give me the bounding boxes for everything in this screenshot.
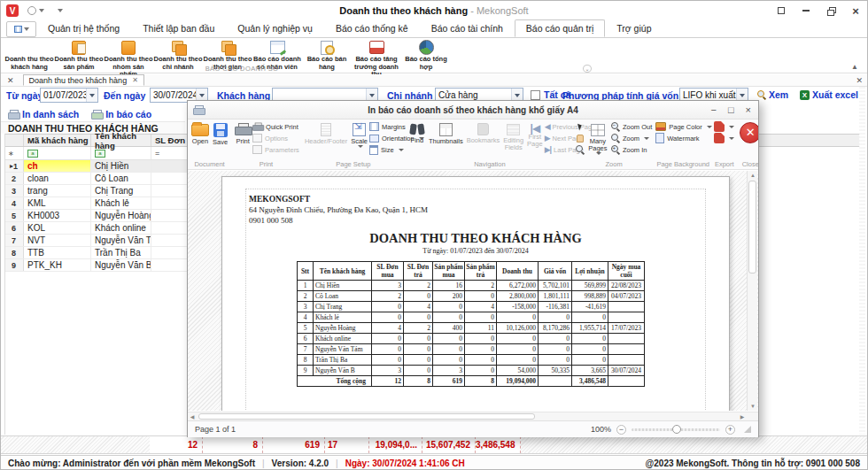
view-selector-button[interactable]	[6, 21, 36, 37]
bookmarks-button[interactable]: Bookmarks	[465, 120, 502, 145]
menu-tab[interactable]: Báo cáo quản trị	[515, 19, 605, 37]
grid-col-code[interactable]: Mã khách hàng	[24, 135, 91, 146]
table-row[interactable]: 5 KH0003 Nguyễn Hoàng	[4, 210, 218, 222]
grid-filter-row[interactable]: ∗ a a =	[4, 147, 218, 160]
thumbnails-button[interactable]: Thumbnails	[427, 120, 465, 146]
view-button[interactable]: Xem	[757, 89, 788, 100]
preview-horizontal-scrollbar[interactable]: ◀ ▶	[188, 412, 758, 420]
quick-access-toolbar[interactable]	[27, 6, 63, 15]
print-button[interactable]: Print	[233, 120, 252, 146]
restore-button[interactable]	[825, 4, 837, 17]
table-row[interactable]: 2 cloan Cô Loan	[4, 173, 218, 185]
header-footer-button[interactable]: Header/Footer	[303, 120, 349, 146]
customer-code-cell[interactable]: KOL	[24, 222, 91, 234]
menu-tab[interactable]: Thiết lập ban đầu	[131, 19, 226, 37]
watermark-button[interactable]: Watermark	[655, 133, 712, 143]
customer-code-cell[interactable]: TTB	[24, 247, 91, 258]
dialog-title-bar[interactable]: In báo cáo doanh số theo khách hàng khổ …	[188, 101, 758, 119]
close-tab-icon[interactable]: ✕	[132, 76, 138, 84]
fullscreen-button[interactable]	[775, 4, 787, 17]
close-preview-button[interactable]: ✕	[738, 120, 758, 144]
customer-code-cell[interactable]: KH0003	[24, 210, 91, 221]
dialog-minimize-button[interactable]: −	[710, 104, 716, 115]
hand-tool-button[interactable]	[577, 133, 584, 143]
menu-tab[interactable]: Báo cáo tài chính	[420, 19, 515, 37]
table-row[interactable]: 6 KOL Khách online	[4, 222, 218, 235]
name-filter-cell[interactable]: a	[91, 147, 151, 159]
customer-name-cell[interactable]: Nguyễn Văn Tám	[91, 235, 151, 246]
zoom-out-button[interactable]: −Zoom Out	[611, 121, 652, 132]
editing-fields-button[interactable]: Editing Fields	[501, 120, 525, 152]
customer-name-cell[interactable]: Nguyễn Văn B	[91, 259, 151, 271]
checkbox-icon[interactable]	[531, 90, 540, 100]
options-button[interactable]: Options	[252, 133, 299, 143]
scale-button[interactable]: Scale	[349, 120, 369, 149]
close-pane-icon[interactable]: ✕	[856, 76, 863, 85]
customer-code-cell[interactable]: trang	[24, 185, 91, 196]
table-row[interactable]: 7 NVT Nguyễn Văn Tám	[4, 235, 218, 247]
page-color-button[interactable]: Page Color	[655, 121, 712, 132]
customer-name-cell[interactable]: Trần Thị Ba	[91, 247, 151, 258]
customer-code-cell[interactable]: ch	[24, 160, 91, 172]
document-tab[interactable]: Doanh thu theo khách hàng ✕	[23, 74, 144, 86]
first-page-button[interactable]: |◀First Page	[525, 120, 545, 149]
right-scrollbar[interactable]	[859, 87, 865, 435]
save-button[interactable]: Save	[211, 120, 229, 147]
preview-vertical-scrollbar[interactable]: ▲ ▼	[747, 171, 757, 411]
grid-col-name[interactable]: Tên khách hàng	[91, 135, 151, 146]
resize-grip[interactable]	[744, 426, 751, 433]
scrollbar-thumb[interactable]	[748, 181, 756, 274]
ribbon-collapse-icon[interactable]: ▲	[851, 63, 858, 71]
from-date-input[interactable]: 01/07/2023	[40, 88, 98, 103]
customer-code-cell[interactable]: KML	[24, 197, 91, 209]
many-pages-button[interactable]: Many Pages	[585, 120, 611, 156]
menu-tab[interactable]: Báo cáo thống kê	[324, 19, 420, 37]
close-all-tabs-icon[interactable]: ✕	[7, 76, 14, 85]
scroll-down-icon[interactable]: ▼	[748, 402, 758, 411]
quick-access-icon[interactable]	[27, 6, 36, 15]
dialog-close-button[interactable]: ×	[746, 104, 751, 115]
scroll-up-icon[interactable]: ▲	[748, 171, 758, 180]
menu-tab[interactable]: Quản trị hệ thống	[36, 19, 131, 37]
toolbar-options-icon[interactable]	[58, 9, 63, 12]
zoom-out-icon[interactable]: −	[616, 425, 626, 435]
export-excel-button[interactable]: X Xuất excel	[800, 89, 858, 100]
customer-name-cell[interactable]: Khách online	[91, 222, 151, 234]
export-document-button[interactable]	[714, 121, 734, 132]
customer-code-cell[interactable]: NVT	[24, 235, 91, 246]
print-list-button[interactable]: In danh sách	[8, 109, 79, 119]
zoom-button[interactable]: Zoom	[611, 133, 652, 143]
parameters-button[interactable]: Parameters	[252, 144, 299, 155]
code-filter-cell[interactable]: a	[24, 147, 91, 159]
magnifier-tool-button[interactable]	[576, 144, 585, 155]
table-row[interactable]: 3 trang Chị Trang	[4, 185, 218, 197]
quick-print-button[interactable]: Quick Print	[252, 121, 299, 132]
pointer-tool-button[interactable]	[578, 121, 582, 132]
open-button[interactable]: Open	[190, 120, 211, 146]
close-button[interactable]: ×	[849, 4, 862, 17]
menu-tab[interactable]: Trợ giúp	[605, 19, 663, 37]
table-row[interactable]: 1 ch Chị Hiền	[4, 160, 218, 173]
zoom-in-button[interactable]: +Zoom In	[611, 144, 652, 155]
customer-name-cell[interactable]: Chị Trang	[91, 185, 151, 196]
customer-name-cell[interactable]: Chị Hiền	[91, 160, 151, 172]
group-launcher-icon[interactable]: ⌄	[583, 65, 592, 73]
customer-code-cell[interactable]: cloan	[24, 173, 91, 184]
scrollbar-thumb[interactable]	[198, 413, 535, 420]
zoom-in-icon[interactable]: +	[725, 425, 735, 435]
customer-name-cell[interactable]: Nguyễn Hoàng	[91, 210, 151, 221]
customer-code-cell[interactable]: PTK_KH	[24, 259, 91, 271]
table-row[interactable]: 8 TTB Trần Thị Ba	[4, 247, 218, 259]
minimize-button[interactable]	[800, 4, 812, 17]
table-row[interactable]: 4 KML Khách lẻ	[4, 197, 218, 210]
dialog-maximize-button[interactable]: □	[728, 104, 734, 115]
zoom-slider[interactable]	[632, 428, 720, 431]
send-document-button[interactable]	[714, 133, 734, 143]
menu-tab[interactable]: Quản lý nghiệp vụ	[226, 19, 324, 37]
customer-name-cell[interactable]: Khách lẻ	[91, 197, 151, 209]
customer-name-cell[interactable]: Cô Loan	[91, 173, 151, 184]
table-row[interactable]: 9 PTK_KH Nguyễn Văn B	[4, 259, 218, 272]
zoom-slider-thumb[interactable]	[672, 425, 681, 434]
print-report-button[interactable]: In báo cáo	[91, 109, 151, 119]
find-button[interactable]: Find	[407, 120, 427, 145]
